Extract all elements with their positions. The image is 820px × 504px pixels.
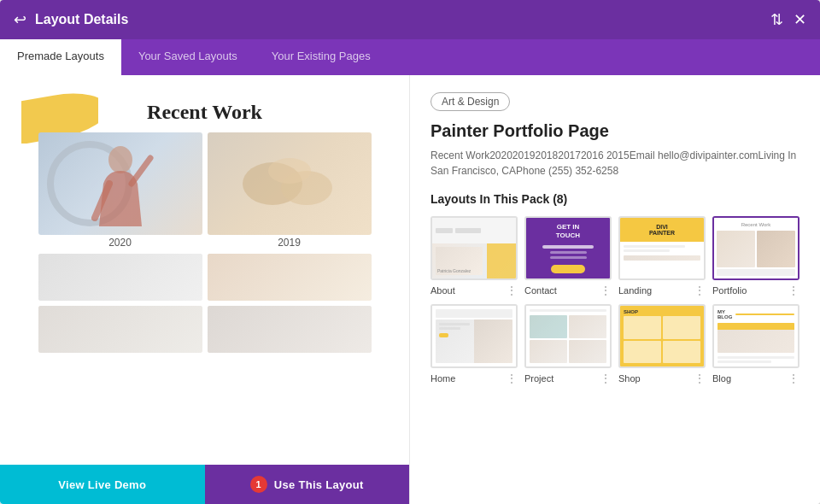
use-badge: 1 [250, 476, 267, 493]
view-live-demo-button[interactable]: View Live Demo [0, 465, 205, 504]
preview-img-sm4 [208, 306, 372, 353]
abstract-img-2 [208, 132, 372, 235]
thumb-img-strip [624, 255, 700, 261]
layout-landing-name: Landing [618, 285, 652, 296]
thumb-landing-top: DIVIPAINTER [620, 218, 704, 242]
thumb-line-2 [455, 228, 481, 233]
layout-item-blog[interactable]: MYBLOG [712, 304, 800, 385]
sort-icon[interactable]: ⇅ [770, 10, 783, 29]
tab-existing[interactable]: Your Existing Pages [255, 39, 388, 75]
layout-item-shop[interactable]: SHOP Shop ⋮ [618, 304, 706, 385]
layout-item-home[interactable]: Home ⋮ [430, 304, 518, 385]
layout-thumb-about: Patricia Gonzalez [430, 216, 518, 280]
layout-blog-footer: Blog ⋮ [712, 372, 800, 385]
thumb-blog-bar [718, 323, 794, 330]
layout-contact-name: Contact [524, 285, 557, 296]
layout-portfolio-footer: Portfolio ⋮ [712, 284, 800, 297]
layout-home-footer: Home ⋮ [430, 372, 518, 385]
thumb-shop-label: SHOP [624, 309, 700, 314]
layout-home-name: Home [430, 373, 455, 384]
layout-blog-menu[interactable]: ⋮ [788, 372, 800, 385]
thumb-contact-line-1 [542, 245, 594, 249]
preview-actions: View Live Demo 1 Use This Layout [0, 465, 409, 504]
layout-about-menu[interactable]: ⋮ [506, 284, 518, 297]
layout-item-project[interactable]: Project ⋮ [524, 304, 612, 385]
preview-image-row-bottom [21, 254, 389, 353]
thumb-blog-lines [718, 355, 794, 363]
preview-img-sm2 [208, 254, 372, 301]
thumb-portfolio-content: Recent Work [714, 218, 798, 278]
thumb-home-hero-img [474, 319, 512, 363]
preview-image-area: Recent Work [0, 75, 409, 465]
back-icon[interactable]: ↩ [14, 10, 26, 29]
layout-shop-name: Shop [618, 373, 641, 384]
thumb-portfolio-img2 [757, 231, 795, 267]
thumb-name: Patricia Gonzalez [436, 267, 483, 275]
layout-item-about[interactable]: Patricia Gonzalez About ⋮ [430, 216, 518, 297]
tp-overlay-1 [530, 315, 567, 338]
content-area: Recent Work [0, 75, 820, 504]
category-tag: Art & Design [430, 92, 510, 111]
layout-item-portfolio[interactable]: Recent Work Portfolio ⋮ [712, 216, 800, 297]
layout-home-menu[interactable]: ⋮ [506, 372, 518, 385]
thumb-about-top [432, 218, 516, 243]
tab-saved[interactable]: Your Saved Layouts [121, 39, 255, 75]
thumb-home-hero [436, 319, 512, 363]
layout-item-contact[interactable]: GET INTOUCH Contact ⋮ [524, 216, 612, 297]
layout-thumb-contact: GET INTOUCH [524, 216, 612, 280]
sm-img-2-fill [208, 254, 372, 301]
thumb-project-grid [530, 315, 606, 363]
tp-cell-3 [530, 340, 567, 363]
thumb-blog-nav [735, 314, 794, 315]
page-title: Painter Portfolio Page [430, 121, 800, 141]
tb-line-1 [718, 356, 794, 359]
thumb-home-content [432, 306, 516, 366]
preview-img-sm1 [38, 254, 202, 301]
layout-portfolio-menu[interactable]: ⋮ [788, 284, 800, 297]
layout-project-menu[interactable]: ⋮ [600, 372, 612, 385]
thumb-about-content: Patricia Gonzalez [432, 218, 516, 278]
thumb-home-header [436, 309, 512, 318]
use-layout-label: Use This Layout [274, 478, 364, 491]
abstract-shape [238, 149, 341, 218]
layout-item-landing[interactable]: DIVIPAINTER Landing ⋮ [618, 216, 706, 297]
thumb-about-img: Patricia Gonzalez [432, 243, 516, 278]
layout-thumb-portfolio: Recent Work [712, 216, 800, 280]
header-right: ⇅ ✕ [770, 10, 806, 29]
thumb-blog-content: MYBLOG [714, 306, 798, 366]
layouts-heading: Layouts In This Pack (8) [430, 192, 800, 206]
thumb-contact-line-2 [550, 251, 587, 254]
thumb-yellow-stripe [487, 243, 516, 278]
tp-cell-4 [569, 340, 606, 363]
year-right-label: 2019 [208, 235, 372, 250]
abstract-img-1 [38, 132, 202, 235]
thumb-portfolio-images [717, 231, 795, 267]
layout-portfolio-name: Portfolio [712, 285, 747, 296]
layout-about-footer: About ⋮ [430, 284, 518, 297]
page-preview: Recent Work [21, 84, 389, 353]
layout-shop-footer: Shop ⋮ [618, 372, 706, 385]
header-left: ↩ Layout Details [14, 10, 128, 29]
thumb-blog-hero [718, 323, 794, 353]
preview-img-2020 [38, 132, 202, 235]
thumb-portfolio-img1 [717, 231, 755, 267]
tab-premade[interactable]: Premade Layouts [0, 39, 121, 75]
info-panel: Art & Design Painter Portfolio Page Rece… [410, 75, 820, 504]
page-description: Recent Work20202019201820172016 2015Emai… [430, 148, 800, 179]
thumb-contact-title: GET INTOUCH [556, 223, 580, 239]
ts-img-1 [624, 316, 661, 339]
layout-about-name: About [430, 285, 455, 296]
ts-img-2 [663, 316, 700, 339]
layout-thumb-home [430, 304, 518, 368]
thumb-blog-label: MYBLOG [718, 309, 732, 319]
preview-panel: Recent Work [0, 75, 410, 504]
layout-landing-menu[interactable]: ⋮ [694, 284, 706, 297]
layout-contact-menu[interactable]: ⋮ [600, 284, 612, 297]
use-this-layout-button[interactable]: 1 Use This Layout [205, 465, 410, 504]
layout-thumb-blog: MYBLOG [712, 304, 800, 368]
thumb-home-text-block [439, 323, 470, 337]
layout-thumb-shop: SHOP [618, 304, 706, 368]
layout-shop-menu[interactable]: ⋮ [694, 372, 706, 385]
modal-layout-details: ↩ Layout Details ⇅ ✕ Premade Layouts You… [0, 0, 820, 504]
close-icon[interactable]: ✕ [794, 10, 806, 29]
